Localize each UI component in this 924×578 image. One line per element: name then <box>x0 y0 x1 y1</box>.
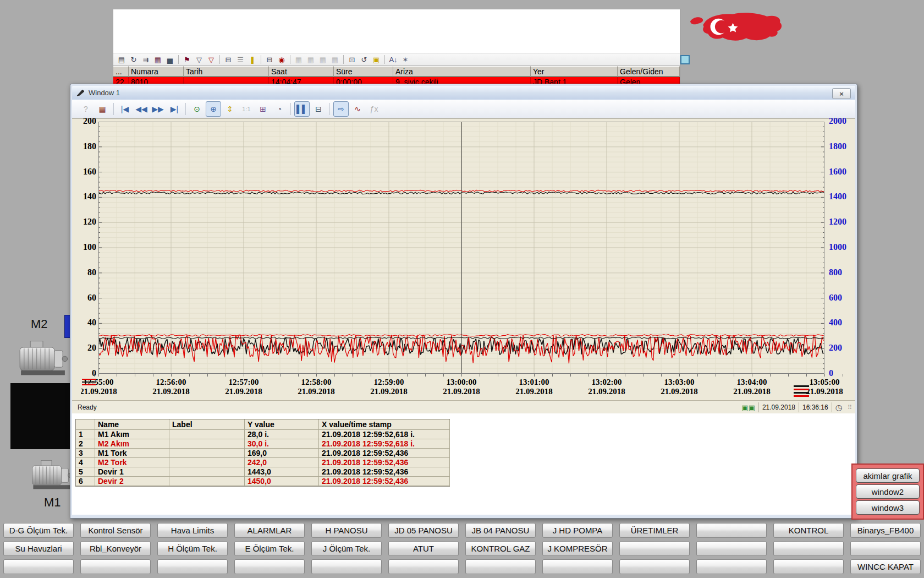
lock-icon[interactable]: ▣ <box>371 54 382 65</box>
filter-outgoing-icon[interactable]: ▽ <box>206 54 217 65</box>
table-view-1-icon[interactable]: ▦ <box>293 54 304 65</box>
export-button[interactable]: ⇨ <box>333 101 349 117</box>
print-icon[interactable]: ⊟ <box>264 54 275 65</box>
help-button[interactable]: ? <box>78 101 94 117</box>
nav-button-j-l-m-tek-[interactable]: J Ölçüm Tek. <box>311 541 382 556</box>
time-range-button[interactable]: ◔ <box>272 101 287 117</box>
nav-button-e-l-m-tek-[interactable]: E Ölçüm Tek. <box>234 541 305 556</box>
nav-button-empty[interactable] <box>542 559 613 574</box>
value-table-cell: M2 Akım <box>95 439 169 449</box>
key-icon[interactable]: ❚ <box>247 54 258 65</box>
nav-button-empty[interactable] <box>234 559 305 574</box>
print-button[interactable]: ⊟ <box>311 101 326 117</box>
nav-button-j-kompres-r[interactable]: J KOMPRESÖR <box>542 541 613 556</box>
report-parameters-button[interactable]: ▦ <box>95 101 110 117</box>
value-table-row[interactable]: 3M1 Tork169,021.09.2018 12:59:52,436 <box>76 449 450 458</box>
nav-button-empty[interactable] <box>465 559 536 574</box>
one-to-one-button[interactable]: 1:1 <box>239 101 254 117</box>
nav-button-empty[interactable] <box>311 559 382 574</box>
nav-button-empty[interactable] <box>157 559 228 574</box>
zoom-button[interactable]: ⊙ <box>189 101 205 117</box>
time-table-icon[interactable]: ⊡ <box>346 54 358 65</box>
window-titlebar[interactable]: Window 1 × <box>72 86 855 100</box>
value-table-cell: 169,0 <box>245 449 319 458</box>
nav-button-alarmlar[interactable]: ALARMLAR <box>234 523 305 538</box>
nav-button-su-havuzlari[interactable]: Su Havuzlari <box>3 541 74 556</box>
nav-button-empty[interactable] <box>696 559 767 574</box>
value-table-row[interactable]: 5Devir 11443,021.09.2018 12:59:52,436 <box>76 467 450 477</box>
previous-record-button[interactable]: ◀◀ <box>134 101 149 117</box>
statistics-button[interactable]: ƒx <box>366 101 382 117</box>
nav-button-empty[interactable] <box>850 541 921 556</box>
alarm-column-5[interactable]: Ariza <box>393 66 531 77</box>
value-table-row[interactable]: 6Devir 21450,021.09.2018 12:59:52,436 <box>76 477 450 486</box>
nav-button-empty[interactable] <box>696 541 767 556</box>
table-view-4-icon[interactable]: ▦ <box>329 54 340 65</box>
nav-button-empty[interactable] <box>696 523 767 538</box>
nav-button-empty[interactable] <box>80 559 151 574</box>
autoscroll-icon[interactable]: ⇉ <box>140 54 151 65</box>
nav-button-d-g-l-m-tek-[interactable]: D-G Ölçüm Tek. <box>3 523 74 538</box>
nav-button-jb-04-panosu[interactable]: JB 04 PANOSU <box>465 523 536 538</box>
nav-button-empty[interactable] <box>388 559 459 574</box>
alarm-column-1[interactable]: Numara <box>129 66 184 77</box>
nav-button-rbl-konvey-r[interactable]: Rbl_Konveyör <box>80 541 151 556</box>
alarm-column-3[interactable]: Saat <box>269 66 334 77</box>
alarm-column-2[interactable]: Tarih <box>184 66 269 77</box>
trend-plot[interactable] <box>98 122 824 374</box>
first-record-button[interactable]: |◀ <box>117 101 133 117</box>
nav-button-hava-limits[interactable]: Hava Limits <box>157 523 228 538</box>
akimlar-grafik-button[interactable]: akimlar grafik <box>856 468 920 483</box>
nav-button-empty[interactable] <box>773 559 844 574</box>
alarm-bell-icon[interactable]: ◉ <box>276 54 287 65</box>
nav-button-binarys-fb400[interactable]: Binarys_FB400 <box>850 523 921 538</box>
ruler-button[interactable]: ⇕ <box>222 101 238 117</box>
alarm-column-6[interactable]: Yer <box>531 66 618 77</box>
alarm-column-dots[interactable]: ... <box>113 66 129 77</box>
statistics-chart-icon[interactable]: ▅ <box>164 54 175 65</box>
nav-button-empty[interactable] <box>619 559 690 574</box>
window2-button[interactable]: window2 <box>856 484 920 499</box>
nav-button-empty[interactable] <box>773 541 844 556</box>
refresh-icon[interactable]: ↻ <box>128 54 139 65</box>
nav-button-j-hd-pompa[interactable]: J HD POMPA <box>542 523 613 538</box>
connection-icon: ▣▣ <box>741 403 755 412</box>
nav-button-kontrol-gaz[interactable]: KONTROL GAZ <box>465 541 536 556</box>
nav-button-h-panosu[interactable]: H PANOSU <box>311 523 382 538</box>
table-view-3-icon[interactable]: ▦ <box>317 54 328 65</box>
item-list-icon[interactable]: ☰ <box>235 54 246 65</box>
nav-button-atut[interactable]: ATUT <box>388 541 459 556</box>
next-record-button[interactable]: ▶▶ <box>150 101 166 117</box>
select-curves-button[interactable]: ∿ <box>350 101 365 117</box>
nav-button-h-l-m-tek-[interactable]: H Ölçüm Tek. <box>157 541 228 556</box>
close-icon[interactable]: × <box>832 88 851 99</box>
nav-button-empty[interactable] <box>3 559 74 574</box>
zoom-area-button[interactable]: ⊞ <box>255 101 271 117</box>
pause-button[interactable]: ▌▌ <box>294 101 310 117</box>
table-view-2-icon[interactable]: ▦ <box>305 54 316 65</box>
minimized-window-icon[interactable] <box>680 55 690 64</box>
last-record-button[interactable]: ▶| <box>167 101 182 117</box>
value-table-row[interactable]: 1M1 Akım28,0 i.21.09.2018 12:59:52,618 i… <box>76 430 450 439</box>
sort-az-icon[interactable]: A↓ <box>388 54 399 65</box>
move-trend-button[interactable]: ⊕ <box>206 101 221 117</box>
alarm-column-7[interactable]: Gelen/Giden <box>618 66 680 77</box>
nav-button-kontrol-sens-r[interactable]: Kontrol Sensör <box>80 523 151 538</box>
flag-table-icon[interactable]: ▦ <box>152 54 163 65</box>
refresh2-icon[interactable]: ↺ <box>359 54 370 65</box>
nav-button-empty[interactable] <box>619 541 690 556</box>
print-preview-icon[interactable]: ⊟ <box>223 54 234 65</box>
nav-button-jd-05-panosu[interactable]: JD 05 PANOSU <box>388 523 459 538</box>
value-table-row[interactable]: 2M2 Akım30,0 i.21.09.2018 12:59:52,618 i… <box>76 439 450 449</box>
flag-icon[interactable]: ⚑ <box>182 54 193 65</box>
run-icon[interactable]: ✶ <box>400 54 411 65</box>
resize-grip[interactable]: ⠿ <box>848 404 852 411</box>
alarm-column-4[interactable]: Süre <box>334 66 393 77</box>
nav-button-wincc-kapat[interactable]: WINCC KAPAT <box>850 559 921 574</box>
value-table-row[interactable]: 4M2 Tork242,021.09.2018 12:59:52,436 <box>76 458 450 467</box>
window3-button[interactable]: window3 <box>856 500 920 515</box>
nav-button--retimler[interactable]: ÜRETIMLER <box>619 523 690 538</box>
filter-incoming-icon[interactable]: ▽ <box>194 54 205 65</box>
nav-button-kontrol[interactable]: KONTROL <box>773 523 844 538</box>
alarm-list-icon[interactable]: ▤ <box>116 54 127 65</box>
